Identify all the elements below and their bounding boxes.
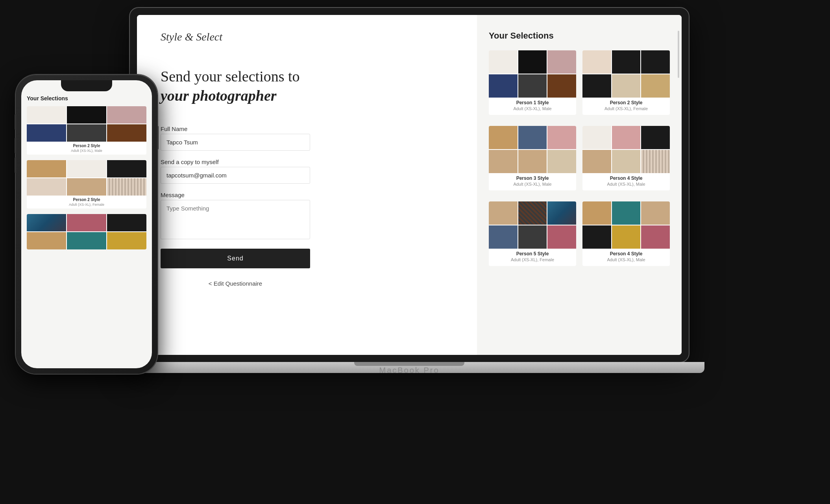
iphone-person-card-1: Person 2 Style Adult (XS-XL), Male bbox=[27, 106, 146, 155]
clothing-item bbox=[582, 225, 611, 249]
iphone-screen: Your Selections Person 2 Style Adult bbox=[21, 80, 152, 368]
clothing-item bbox=[582, 201, 611, 225]
person-group-2: Person 3 Style Adult (XS-XL), Male bbox=[489, 126, 670, 190]
person-card-6: Person 4 Style Adult (XS-XL), Male bbox=[582, 201, 670, 266]
clothing-item bbox=[641, 74, 670, 98]
person-card-3: Person 3 Style Adult (XS-XL), Male bbox=[489, 126, 576, 190]
clothing-item bbox=[107, 124, 146, 142]
person-3-grid bbox=[489, 126, 576, 173]
clothing-item bbox=[612, 225, 641, 249]
clothing-item bbox=[518, 225, 547, 249]
clothing-item bbox=[489, 74, 518, 98]
clothing-item bbox=[582, 50, 611, 74]
iphone-shell: Your Selections Person 2 Style Adult bbox=[16, 75, 157, 374]
clothing-item bbox=[582, 126, 611, 149]
clothing-item bbox=[489, 126, 518, 149]
send-button[interactable]: Send bbox=[161, 249, 310, 268]
clothing-item bbox=[612, 126, 641, 149]
copy-label: Send a copy to myself bbox=[161, 159, 310, 165]
clothing-item bbox=[547, 50, 576, 74]
person-2-grid bbox=[582, 50, 670, 98]
iphone-device: Your Selections Person 2 Style Adult bbox=[16, 75, 157, 374]
person-4-sub: Adult (XS-XL), Male bbox=[582, 182, 670, 186]
person-5-grid bbox=[489, 201, 576, 249]
clothing-item bbox=[547, 74, 576, 98]
person-1-sub: Adult (XS-XL), Male bbox=[489, 106, 576, 111]
clothing-item bbox=[67, 214, 106, 231]
clothing-item bbox=[547, 126, 576, 149]
iphone-person-2-grid bbox=[27, 160, 146, 196]
mac-main-area: Style & Select Send your selections to y… bbox=[137, 15, 477, 355]
edit-questionnaire-link[interactable]: < Edit Questionnaire bbox=[161, 280, 310, 287]
person-6-sub: Adult (XS-XL), Male bbox=[582, 257, 670, 262]
clothing-item bbox=[518, 150, 547, 173]
person-group-1: Person 1 Style Adult (XS-XL), Male bbox=[489, 50, 670, 115]
clothing-item bbox=[547, 225, 576, 249]
page-heading: Send your selections to your photographe… bbox=[161, 67, 453, 106]
clothing-item bbox=[27, 106, 66, 124]
person-3-sub: Adult (XS-XL), Male bbox=[489, 182, 576, 186]
iphone-person-1-label: Person 2 Style bbox=[27, 142, 146, 149]
mac-sidebar: Your Selections bbox=[477, 15, 682, 355]
macbook-label: MacBook Pro bbox=[379, 366, 439, 375]
sidebar-title: Your Selections bbox=[489, 31, 670, 41]
app-logo: Style & Select bbox=[161, 31, 453, 43]
clothing-item bbox=[67, 124, 106, 142]
clothing-item bbox=[107, 232, 146, 249]
scene: Style & Select Send your selections to y… bbox=[0, 0, 830, 504]
iphone-person-2-sub: Adult (XS-XL), Female bbox=[27, 203, 146, 209]
person-6-grid bbox=[582, 201, 670, 249]
clothing-item bbox=[518, 74, 547, 98]
iphone-section-title: Your Selections bbox=[27, 95, 146, 102]
clothing-item bbox=[582, 150, 611, 173]
clothing-item bbox=[641, 150, 670, 173]
person-3-label: Person 3 Style bbox=[489, 173, 576, 182]
clothing-item bbox=[641, 201, 670, 225]
person-card-1: Person 1 Style Adult (XS-XL), Male bbox=[489, 50, 576, 115]
macbook-device: Style & Select Send your selections to y… bbox=[130, 8, 689, 417]
person-card-5: Person 5 Style Adult (XS-XL), Female bbox=[489, 201, 576, 266]
send-form: Full Name Send a copy to myself Message bbox=[161, 126, 310, 287]
person-1-grid bbox=[489, 50, 576, 98]
clothing-item bbox=[612, 201, 641, 225]
iphone-notch bbox=[61, 80, 112, 91]
clothing-item bbox=[489, 50, 518, 74]
clothing-item bbox=[107, 178, 146, 196]
person-1-label: Person 1 Style bbox=[489, 98, 576, 106]
person-6-label: Person 4 Style bbox=[582, 249, 670, 257]
scrollbar[interactable] bbox=[678, 31, 679, 78]
person-card-2: Person 2 Style Adult (XS-XL), Female bbox=[582, 50, 670, 115]
clothing-item bbox=[489, 225, 518, 249]
copy-field-group: Send a copy to myself bbox=[161, 159, 310, 184]
clothing-item bbox=[107, 214, 146, 231]
mac-content: Style & Select Send your selections to y… bbox=[137, 15, 682, 355]
clothing-item bbox=[489, 150, 518, 173]
clothing-item bbox=[489, 201, 518, 225]
clothing-item bbox=[518, 126, 547, 149]
person-card-4: Person 4 Style Adult (XS-XL), Male bbox=[582, 126, 670, 190]
macbook-screen-inner: Style & Select Send your selections to y… bbox=[137, 15, 682, 355]
iphone-person-card-2: Person 2 Style Adult (XS-XL), Female bbox=[27, 160, 146, 209]
full-name-label: Full Name bbox=[161, 126, 310, 132]
message-textarea[interactable] bbox=[161, 200, 310, 239]
person-5-sub: Adult (XS-XL), Female bbox=[489, 257, 576, 262]
clothing-item bbox=[67, 178, 106, 196]
person-group-3: Person 5 Style Adult (XS-XL), Female bbox=[489, 201, 670, 266]
person-4-grid bbox=[582, 126, 670, 173]
clothing-item bbox=[641, 126, 670, 149]
macbook-screen: Style & Select Send your selections to y… bbox=[130, 8, 689, 362]
iphone-content: Your Selections Person 2 Style Adult bbox=[21, 80, 152, 368]
iphone-person-2-label: Person 2 Style bbox=[27, 196, 146, 203]
clothing-item bbox=[641, 50, 670, 74]
clothing-item bbox=[582, 74, 611, 98]
full-name-input[interactable] bbox=[161, 134, 310, 151]
iphone-person-card-3 bbox=[27, 214, 146, 249]
full-name-field-group: Full Name bbox=[161, 126, 310, 151]
clothing-item bbox=[67, 160, 106, 177]
iphone-person-1-grid bbox=[27, 106, 146, 142]
clothing-item bbox=[27, 178, 66, 196]
clothing-item bbox=[612, 150, 641, 173]
iphone-person-1-sub: Adult (XS-XL), Male bbox=[27, 149, 146, 155]
copy-email-input[interactable] bbox=[161, 167, 310, 184]
clothing-item bbox=[27, 214, 66, 231]
